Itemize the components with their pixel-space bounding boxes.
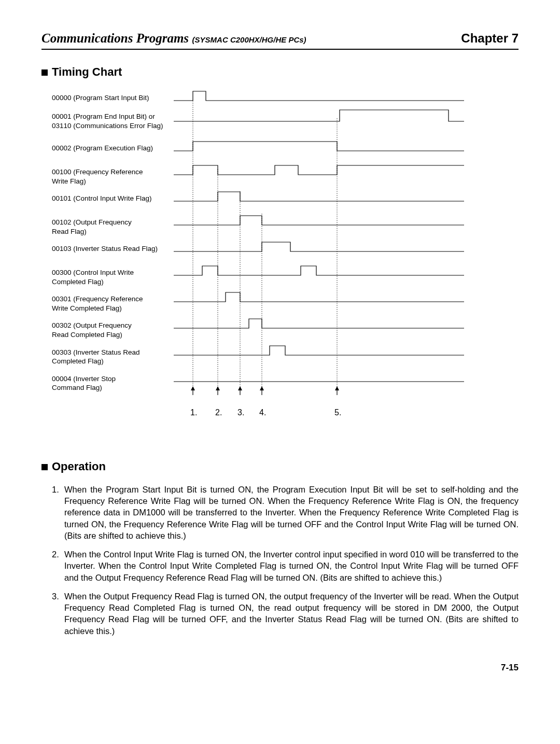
signal-row: 00300 (Control Input Write Completed Fla… bbox=[52, 264, 519, 286]
signal-label: 00103 (Inverter Status Read Flag) bbox=[52, 240, 174, 254]
signal-row: 00000 (Program Start Input Bit) bbox=[52, 89, 519, 104]
signal-waveform bbox=[174, 139, 464, 154]
signal-label: 00004 (Inverter Stop Command Flag) bbox=[52, 370, 174, 392]
signal-label: 00301 (Frequency Reference Write Complet… bbox=[52, 290, 174, 313]
chapter-label: Chapter 7 bbox=[461, 31, 519, 46]
operation-title: Operation bbox=[41, 460, 519, 473]
signal-row: 00301 (Frequency Reference Write Complet… bbox=[52, 290, 519, 313]
timeline-label: 5. bbox=[334, 408, 341, 417]
operation-list: When the Program Start Input Bit is turn… bbox=[52, 484, 519, 637]
signal-waveform bbox=[174, 290, 464, 307]
timeline-label: 4. bbox=[259, 408, 266, 417]
operation-item: When the Control Input Write Flag is tur… bbox=[52, 549, 519, 583]
signal-waveform bbox=[174, 108, 464, 124]
signal-waveform bbox=[174, 264, 464, 280]
signal-row: 00302 (Output Frequency Read Completed F… bbox=[52, 317, 519, 339]
signal-waveform bbox=[174, 190, 464, 204]
signal-row: 00303 (Inverter Status Read Completed Fl… bbox=[52, 344, 519, 366]
signal-waveform bbox=[174, 240, 464, 255]
timeline-label: 2. bbox=[215, 408, 222, 417]
signal-waveform bbox=[174, 370, 464, 387]
signal-label: 00101 (Control Input Write Flag) bbox=[52, 190, 174, 203]
signal-label: 00300 (Control Input Write Completed Fla… bbox=[52, 264, 174, 286]
doc-subtitle: (SYSMAC C200HX/HG/HE PCs) bbox=[192, 35, 306, 44]
signal-label: 00001 (Program End Input Bit) or 03110 (… bbox=[52, 108, 174, 130]
signal-row: 00102 (Output Frequency Read Flag) bbox=[52, 214, 519, 236]
signal-waveform bbox=[174, 89, 464, 104]
signal-label: 00100 (Frequency Reference Write Flag) bbox=[52, 163, 174, 186]
header-left: Communications Programs (SYSMAC C200HX/H… bbox=[41, 31, 306, 46]
signal-row: 00101 (Control Input Write Flag) bbox=[52, 190, 519, 204]
timeline-label: 3. bbox=[237, 408, 244, 417]
signal-row: 00103 (Inverter Status Read Flag) bbox=[52, 240, 519, 255]
operation-item: When the Output Frequency Read Flag is t… bbox=[52, 591, 519, 637]
page-header: Communications Programs (SYSMAC C200HX/H… bbox=[41, 31, 519, 50]
signal-row: 00002 (Program Execution Flag) bbox=[52, 139, 519, 154]
signal-label: 00302 (Output Frequency Read Completed F… bbox=[52, 317, 174, 339]
signal-waveform bbox=[174, 317, 464, 333]
signal-row: 00100 (Frequency Reference Write Flag) bbox=[52, 163, 519, 186]
signal-waveform bbox=[174, 214, 464, 230]
timeline-labels: 1. 2. 3. 4. 5. bbox=[174, 408, 464, 418]
signal-label: 00002 (Program Execution Flag) bbox=[52, 139, 174, 153]
bullet-square-icon bbox=[41, 69, 48, 76]
timing-chart-title: Timing Chart bbox=[41, 65, 519, 79]
bullet-square-icon bbox=[41, 464, 48, 470]
timing-chart: 00000 (Program Start Input Bit) 00001 (P… bbox=[52, 89, 519, 418]
signal-label: 00000 (Program Start Input Bit) bbox=[52, 89, 174, 103]
signal-row: 00001 (Program End Input Bit) or 03110 (… bbox=[52, 108, 519, 130]
signal-label: 00303 (Inverter Status Read Completed Fl… bbox=[52, 344, 174, 366]
operation-item: When the Program Start Input Bit is turn… bbox=[52, 484, 519, 541]
timeline-label: 1. bbox=[190, 408, 197, 417]
signal-waveform bbox=[174, 344, 464, 360]
signal-waveform bbox=[174, 163, 464, 180]
signal-row: 00004 (Inverter Stop Command Flag) bbox=[52, 370, 519, 392]
signal-label: 00102 (Output Frequency Read Flag) bbox=[52, 214, 174, 236]
doc-title: Communications Programs bbox=[41, 31, 189, 45]
page-number: 7-15 bbox=[41, 663, 519, 673]
